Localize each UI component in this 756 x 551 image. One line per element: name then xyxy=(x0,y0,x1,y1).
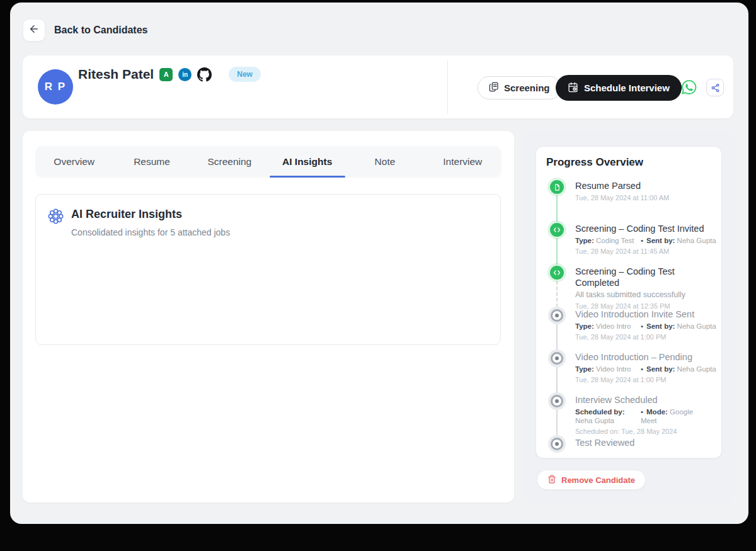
resume-icon xyxy=(550,180,564,194)
timeline-item-title: Video Introduction – Pending xyxy=(575,351,719,363)
timeline-item-meta: Scheduled by: Neha Gupta•Mode: Google Me… xyxy=(575,407,719,425)
timeline-item: Screening – Coding Test CompletedAll tas… xyxy=(575,266,719,310)
pending-dot-icon xyxy=(551,438,563,450)
progress-overview-card: Progress Overview Resume ParsedTue, 28 M… xyxy=(536,146,722,458)
app-surface: Back to Candidates R P Ritesh Patel A in… xyxy=(10,3,748,524)
tab-overview[interactable]: Overview xyxy=(35,146,113,178)
tab-note[interactable]: Note xyxy=(346,146,423,178)
active-tab-underline xyxy=(270,176,345,178)
timeline-connector xyxy=(556,281,558,307)
back-button[interactable] xyxy=(23,19,45,42)
topbar: Back to Candidates xyxy=(23,19,147,42)
timeline-connector xyxy=(556,195,558,222)
ai-insights-card: AI Recruiter Insights Consolidated insig… xyxy=(35,194,501,345)
timeline-item-title: Interview Scheduled xyxy=(575,394,719,406)
timeline-item: Test Reviewed xyxy=(575,437,719,448)
bullet-separator: • xyxy=(641,322,643,330)
progress-title: Progress Overview xyxy=(546,156,643,169)
timeline-item-timestamp: Tue, 28 May 2024 at 1:00 PM xyxy=(575,333,719,341)
screening-button[interactable]: Screening xyxy=(478,76,561,99)
timeline-item-title: Video Introduction Invite Sent xyxy=(575,309,719,320)
timeline-item: Screening – Coding Test InvitedType: Cod… xyxy=(575,223,719,256)
timeline-item-meta: Type: Video Intro•Sent by: Neha Gupta xyxy=(575,365,719,373)
timeline-item-timestamp: Tue, 28 May 2024 at 1:00 PM xyxy=(575,376,719,384)
candidate-name-row: Ritesh Patel A in New xyxy=(78,67,261,82)
divider xyxy=(447,60,448,114)
timeline-item: Video Introduction Invite SentType: Vide… xyxy=(575,309,719,341)
share-icon[interactable] xyxy=(706,79,724,96)
timeline-item: Resume ParsedTue, 28 May 2024 at 11:00 A… xyxy=(575,180,719,202)
pending-dot-icon xyxy=(551,309,563,322)
timeline-connector xyxy=(556,324,558,350)
bullet-separator: • xyxy=(641,365,643,373)
bullet-separator: • xyxy=(641,408,643,416)
timeline-item-title: Screening – Coding Test Completed xyxy=(575,266,719,288)
timeline: Resume ParsedTue, 28 May 2024 at 11:00 A… xyxy=(546,177,716,458)
candidate-name: Ritesh Patel xyxy=(78,67,154,82)
timeline-connector xyxy=(556,238,558,264)
remove-candidate-button[interactable]: Remove Candidate xyxy=(537,470,646,490)
tab-interview[interactable]: Interview xyxy=(424,146,501,178)
timeline-connector xyxy=(556,409,558,436)
main-content-card: OverviewResumeScreeningAI InsightsNoteIn… xyxy=(23,131,514,503)
code-icon xyxy=(550,223,564,237)
right-panel: Progress Overview Resume ParsedTue, 28 M… xyxy=(524,131,735,503)
bullet-separator: • xyxy=(641,237,643,244)
tab-ai-insights[interactable]: AI Insights xyxy=(268,146,346,178)
github-icon[interactable] xyxy=(197,67,212,82)
status-badge: New xyxy=(229,67,261,82)
whatsapp-icon[interactable] xyxy=(680,78,698,96)
tab-bar: OverviewResumeScreeningAI InsightsNoteIn… xyxy=(35,146,501,178)
timeline-item-title: Screening – Coding Test Invited xyxy=(575,223,719,234)
timeline-item-timestamp: Tue, 28 May 2024 at 11:45 AM xyxy=(575,247,719,256)
linkedin-icon[interactable]: in xyxy=(178,68,192,81)
trash-icon xyxy=(547,475,556,486)
tab-resume[interactable]: Resume xyxy=(113,146,190,178)
pending-dot-icon xyxy=(551,352,563,365)
a-badge[interactable]: A xyxy=(159,68,173,81)
schedule-interview-button[interactable]: Schedule Interview xyxy=(556,75,682,101)
arrow-left-icon xyxy=(28,23,40,37)
timeline-item-title: Resume Parsed xyxy=(575,180,719,191)
timeline-item-meta: Type: Coding Test•Sent by: Neha Gupta xyxy=(575,236,719,245)
timeline-connector xyxy=(556,366,558,393)
timeline-item: Interview ScheduledScheduled by: Neha Gu… xyxy=(575,394,719,436)
timeline-item-meta: Type: Video Intro•Sent by: Neha Gupta xyxy=(575,322,719,331)
candidate-card: R P Ritesh Patel A in New Frontend Devel… xyxy=(23,55,733,118)
ai-insights-subtitle: Consolidated insights for 5 attached job… xyxy=(71,227,230,237)
clipboard-icon xyxy=(489,82,499,94)
ai-insights-title: AI Recruiter Insights xyxy=(71,208,182,221)
timeline-item-subtitle: All tasks submitted successfully xyxy=(575,290,719,300)
avatar: R P xyxy=(38,69,73,105)
timeline-item-title: Test Reviewed xyxy=(575,437,719,448)
pending-dot-icon xyxy=(551,395,563,407)
back-label: Back to Candidates xyxy=(54,25,147,36)
code-icon xyxy=(550,266,564,280)
tab-screening[interactable]: Screening xyxy=(191,146,268,178)
timeline-item-timestamp: Scheduled on: Tue, 28 May 2024 xyxy=(575,428,719,436)
ai-rosette-icon xyxy=(47,208,64,227)
timeline-item: Video Introduction – PendingType: Video … xyxy=(575,351,719,384)
calendar-clock-icon xyxy=(568,82,578,94)
timeline-item-timestamp: Tue, 28 May 2024 at 11:00 AM xyxy=(575,194,719,202)
